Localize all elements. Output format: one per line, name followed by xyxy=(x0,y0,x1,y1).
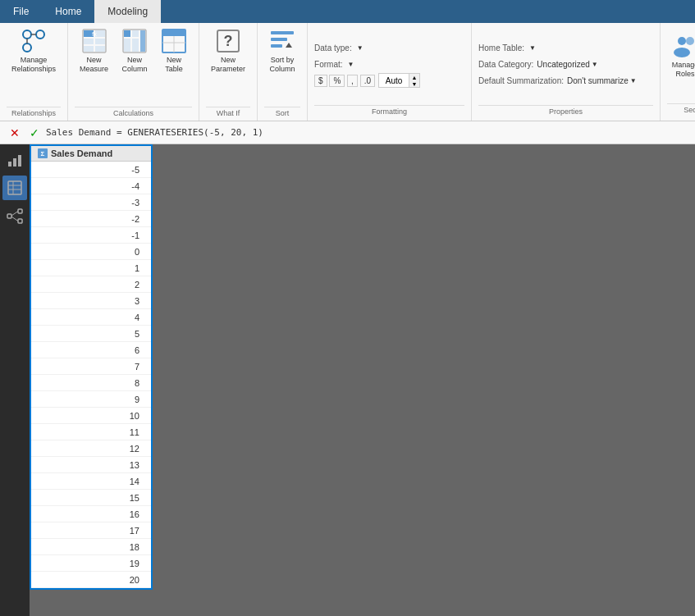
manage-roles-label: Manage Roles xyxy=(672,61,695,79)
svg-rect-37 xyxy=(18,155,21,167)
table-row: -2 xyxy=(31,211,151,227)
table-cell: 15 xyxy=(31,493,146,503)
ribbon-group-sort: Sort byColumn Sort xyxy=(258,23,308,121)
sort-by-column-button[interactable]: Sort byColumn xyxy=(264,25,300,77)
table-cell: 17 xyxy=(31,526,146,536)
table-row: 7 xyxy=(31,358,151,375)
formula-input[interactable]: Sales Demand = GENERATESERIES(-5, 20, 1) xyxy=(46,127,688,138)
table-row: 20 xyxy=(31,572,151,588)
svg-point-2 xyxy=(23,43,31,52)
column-type-icon: Σ xyxy=(38,148,48,158)
formula-text: Sales Demand = GENERATESERIES(-5, 20, 1) xyxy=(46,127,263,138)
table-row: 18 xyxy=(31,539,151,555)
tab-file[interactable]: File xyxy=(0,0,42,23)
new-column-button[interactable]: NewColumn xyxy=(117,25,153,77)
svg-rect-10 xyxy=(84,46,94,52)
table-row: 6 xyxy=(31,342,151,358)
table-cell: -1 xyxy=(31,230,146,240)
comma-button[interactable]: , xyxy=(347,75,358,87)
manage-relationships-button[interactable]: Manage Relationships xyxy=(7,25,61,77)
format-row: Format: ▼ xyxy=(314,57,464,71)
data-category-value[interactable]: Uncategorized ▼ xyxy=(537,60,597,69)
table-row: 11 xyxy=(31,424,151,440)
table-row: 4 xyxy=(31,309,151,326)
new-column-icon xyxy=(121,28,148,54)
svg-rect-14 xyxy=(124,30,130,37)
data-category-dropdown-arrow[interactable]: ▼ xyxy=(592,61,598,68)
report-view-icon[interactable] xyxy=(2,148,27,172)
table-row: -5 xyxy=(31,162,151,178)
table-cell: 16 xyxy=(31,509,146,519)
table-cell: 10 xyxy=(31,411,146,421)
svg-rect-18 xyxy=(132,39,139,52)
home-table-label: Home Table: xyxy=(478,43,524,52)
sort-by-column-label: Sort byColumn xyxy=(270,56,295,74)
format-controls-label: $ % , .0 xyxy=(314,75,375,87)
svg-rect-8 xyxy=(84,39,94,44)
new-parameter-label: NewParameter xyxy=(211,56,245,74)
home-table-dropdown-arrow[interactable]: ▼ xyxy=(529,44,536,52)
ribbon-group-calculations: fx NewMeasure xyxy=(68,23,199,121)
data-type-dropdown-arrow[interactable]: ▼ xyxy=(357,44,364,52)
model-view-icon[interactable] xyxy=(2,203,27,228)
svg-rect-36 xyxy=(13,158,16,167)
table-cell: -4 xyxy=(31,181,146,191)
table-cell: 11 xyxy=(31,427,146,437)
svg-point-0 xyxy=(23,30,31,39)
svg-line-46 xyxy=(11,217,18,221)
ribbon: Manage Relationships Relationships xyxy=(0,23,695,121)
dollar-button[interactable]: $ xyxy=(314,75,327,87)
format-value[interactable]: ▼ xyxy=(346,61,354,68)
manage-roles-button[interactable]: Manage Roles xyxy=(667,30,695,82)
table-cell: 1 xyxy=(31,263,146,273)
data-type-value[interactable]: ▼ xyxy=(355,44,364,52)
default-sum-value[interactable]: Don't summarize ▼ xyxy=(567,76,637,85)
svg-rect-43 xyxy=(18,209,22,213)
table-cell: 13 xyxy=(31,460,146,470)
sort-group-label: Sort xyxy=(264,107,300,121)
svg-rect-25 xyxy=(271,31,294,34)
table-cell: 9 xyxy=(31,395,146,404)
spinbox-down[interactable]: ▼ xyxy=(409,80,419,87)
table-cell: -2 xyxy=(31,214,146,224)
formula-cancel-button[interactable]: ✕ xyxy=(7,125,23,141)
svg-text:?: ? xyxy=(224,33,233,49)
new-parameter-button[interactable]: ? NewParameter xyxy=(206,25,250,77)
table-row: 1 xyxy=(31,260,151,276)
new-measure-button[interactable]: fx NewMeasure xyxy=(75,25,113,77)
table-cell: 18 xyxy=(31,542,146,552)
home-table-value[interactable]: ▼ xyxy=(528,44,536,52)
sort-by-column-icon xyxy=(269,28,295,54)
data-view-icon[interactable] xyxy=(2,176,27,200)
svg-rect-17 xyxy=(124,39,130,52)
new-measure-label: NewMeasure xyxy=(80,56,108,74)
table-cell: 6 xyxy=(31,345,146,355)
formula-bar: ✕ ✓ Sales Demand = GENERATESERIES(-5, 20… xyxy=(0,121,695,144)
svg-rect-44 xyxy=(18,219,22,223)
table-cell: 3 xyxy=(31,296,146,306)
spinbox-input[interactable]: Auto xyxy=(379,74,409,87)
table-row: 19 xyxy=(31,555,151,572)
home-table-section: Home Table: ▼ Data Category: Uncategoriz… xyxy=(472,23,661,121)
new-measure-icon: fx xyxy=(81,28,107,54)
svg-point-30 xyxy=(686,37,694,45)
auto-spinbox[interactable]: Auto ▲ ▼ xyxy=(378,73,420,88)
tab-home[interactable]: Home xyxy=(42,0,94,23)
data-category-label: Data Category: xyxy=(478,60,533,69)
new-table-button[interactable]: NewTable xyxy=(156,25,192,77)
decimal-button[interactable]: .0 xyxy=(360,75,375,87)
table-cell: -5 xyxy=(31,165,146,175)
tab-modeling[interactable]: Modeling xyxy=(94,0,161,23)
table-cell: 19 xyxy=(31,559,146,568)
format-dropdown-arrow[interactable]: ▼ xyxy=(348,61,354,68)
table-row: -4 xyxy=(31,178,151,194)
formula-confirm-button[interactable]: ✓ xyxy=(26,125,43,141)
table-cell: -3 xyxy=(31,198,146,208)
security-group-label: Security xyxy=(667,103,695,117)
table-cell: 20 xyxy=(31,575,146,585)
spinbox-up[interactable]: ▲ xyxy=(409,74,419,80)
default-sum-dropdown-arrow[interactable]: ▼ xyxy=(630,77,637,84)
table-row: -3 xyxy=(31,194,151,211)
percent-button[interactable]: % xyxy=(329,75,345,87)
svg-rect-9 xyxy=(95,39,105,44)
